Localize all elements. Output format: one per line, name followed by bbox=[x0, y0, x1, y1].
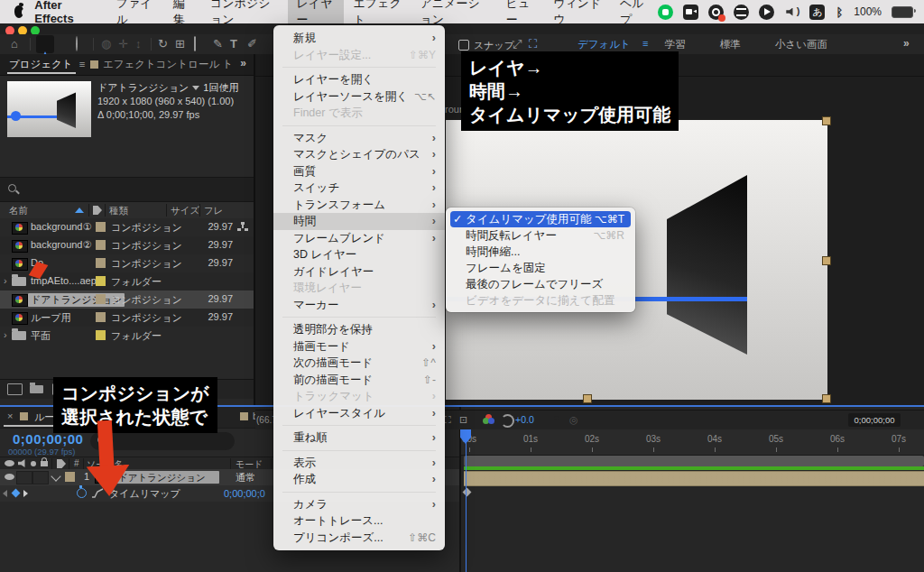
project-item-row[interactable]: ›平面フォルダー bbox=[0, 327, 254, 345]
type-tool-icon[interactable]: T bbox=[230, 37, 237, 51]
bluetooth-icon[interactable]: ᛒ bbox=[835, 5, 844, 20]
layer-menu-item[interactable]: 透明部分を保持 bbox=[273, 321, 445, 338]
layer-menu-item[interactable]: 重ね順 bbox=[273, 429, 445, 447]
layer-menu-item[interactable]: 描画モード bbox=[273, 338, 445, 355]
time-submenu-item[interactable]: 最後のフレームでフリーズ bbox=[446, 276, 635, 292]
apple-menu-icon[interactable] bbox=[14, 5, 23, 18]
workspace-tab[interactable]: 小さい画面 bbox=[775, 38, 827, 51]
close-tab-icon[interactable]: × bbox=[7, 411, 13, 421]
layer-blend-mode[interactable]: 通常 bbox=[236, 471, 255, 484]
layer-menu-item[interactable]: レイヤースタイル bbox=[273, 405, 445, 422]
play-status-icon[interactable] bbox=[759, 5, 774, 20]
layer-menu-item[interactable]: 新規 bbox=[273, 30, 445, 47]
project-item-row[interactable]: ドアトランジションコンポジション29.97 bbox=[0, 291, 254, 309]
volume-icon[interactable] bbox=[784, 5, 799, 20]
label-swatch[interactable] bbox=[96, 276, 106, 286]
prev-keyframe-icon[interactable] bbox=[3, 490, 7, 497]
layer-menu-item[interactable]: スイッチ bbox=[273, 180, 445, 197]
solo-column-icon[interactable] bbox=[31, 461, 36, 466]
scale-arrow-icon[interactable]: ⤢ bbox=[513, 37, 522, 51]
layer-menu-item[interactable]: マーカー bbox=[273, 297, 445, 314]
expand-chevron-icon[interactable]: › bbox=[4, 329, 7, 340]
layer-menu-item[interactable]: 表示 bbox=[273, 455, 445, 472]
stopwatch-icon[interactable] bbox=[77, 488, 87, 498]
expand-chevron-icon[interactable]: › bbox=[4, 275, 7, 286]
layer-menu-item[interactable]: レイヤーを開く bbox=[273, 71, 445, 88]
home-tool-icon[interactable]: ⌂ bbox=[11, 37, 18, 51]
time-submenu-item[interactable]: 時間伸縮... bbox=[446, 244, 635, 260]
property-value[interactable]: 0;00;00;0 bbox=[224, 488, 265, 499]
brush-tool-icon[interactable]: ✐ bbox=[247, 37, 257, 51]
playhead-line[interactable] bbox=[466, 428, 467, 572]
layer-menu-item[interactable]: 3D レイヤー bbox=[273, 246, 445, 263]
label-column-icon[interactable] bbox=[93, 206, 102, 215]
ime-input-icon[interactable]: あ bbox=[809, 5, 825, 20]
label-column-icon[interactable] bbox=[57, 459, 66, 468]
project-search-bar[interactable] bbox=[0, 177, 254, 202]
next-keyframe-icon[interactable] bbox=[23, 490, 28, 497]
time-ruler[interactable]: 00s01s02s03s04s05s06s07s bbox=[461, 428, 924, 456]
panel-tabs-overflow-icon[interactable]: » bbox=[240, 57, 246, 69]
video-column-icon[interactable] bbox=[5, 460, 14, 466]
anchor-point-tool-icon[interactable]: ⊞ bbox=[175, 37, 185, 51]
snap-checkbox-icon[interactable] bbox=[458, 40, 469, 51]
layer-menu-item[interactable]: カメラ bbox=[273, 496, 445, 513]
exposure-reset-icon[interactable] bbox=[501, 414, 514, 428]
zoom-tool-icon[interactable] bbox=[76, 37, 85, 51]
keyframe-diamond-icon[interactable] bbox=[463, 488, 472, 497]
work-area-bar[interactable] bbox=[464, 456, 924, 466]
door-layer-shape[interactable] bbox=[667, 120, 747, 400]
layer-menu-item[interactable]: マスクとシェイプのパス bbox=[273, 146, 445, 163]
app-menu-title[interactable]: After Effects bbox=[34, 0, 94, 25]
label-swatch[interactable] bbox=[96, 222, 106, 232]
label-swatch[interactable] bbox=[96, 330, 106, 340]
line-app-icon[interactable] bbox=[658, 5, 673, 20]
layer-duration-bar[interactable] bbox=[464, 471, 924, 486]
layer-menu-item[interactable]: レイヤーソースを開く⌥↖ bbox=[273, 88, 445, 106]
layer-menu-item[interactable]: トランスフォーム bbox=[273, 197, 445, 214]
label-swatch[interactable] bbox=[96, 312, 106, 322]
screen-record-icon[interactable] bbox=[708, 5, 724, 20]
camera-app-icon[interactable] bbox=[683, 5, 698, 20]
audio-cell[interactable] bbox=[16, 471, 32, 484]
workspace-tab[interactable]: デフォルト bbox=[578, 38, 631, 51]
layer-visibility-eye-icon[interactable] bbox=[5, 474, 14, 480]
layer-menu-item[interactable]: オートトレース... bbox=[273, 512, 445, 530]
snap-toggle[interactable]: スナップ bbox=[458, 38, 514, 52]
layer-menu-item[interactable]: フレームブレンド bbox=[273, 230, 445, 247]
selection-handle[interactable] bbox=[822, 116, 831, 125]
project-item-row[interactable]: background②コンポジション29.97 bbox=[0, 236, 254, 254]
choose-grid-icon[interactable]: ⛶ bbox=[444, 414, 451, 426]
label-swatch[interactable] bbox=[96, 258, 106, 268]
column-number[interactable]: # bbox=[74, 458, 79, 468]
project-item-row[interactable]: background①コンポジション29.97 bbox=[0, 218, 254, 236]
layer-label-swatch[interactable] bbox=[65, 472, 75, 482]
chevron-down-icon[interactable] bbox=[192, 86, 199, 90]
layer-menu-item[interactable]: 画質 bbox=[273, 163, 445, 180]
region-of-interest-icon[interactable]: ⛶ bbox=[529, 37, 537, 51]
label-swatch[interactable] bbox=[96, 294, 106, 304]
selection-handle[interactable] bbox=[583, 394, 592, 403]
rotate-tool-icon[interactable]: ↻ bbox=[158, 37, 168, 51]
menubar-item[interactable]: 編集 bbox=[164, 0, 201, 31]
new-composition-icon[interactable] bbox=[7, 383, 23, 395]
menubar-item[interactable]: ヘルプ bbox=[611, 0, 658, 31]
workspace-menu-icon[interactable]: ≡ bbox=[642, 38, 648, 49]
keyframe-toggle-icon[interactable] bbox=[12, 489, 21, 498]
region-icon[interactable]: ⊡ bbox=[459, 414, 467, 426]
exposure-value[interactable]: +0.0 bbox=[515, 414, 534, 425]
rectangle-tool-icon[interactable] bbox=[194, 37, 196, 51]
layer-menu-item[interactable]: マスク bbox=[273, 130, 445, 147]
column-name[interactable]: 名前 bbox=[9, 205, 28, 217]
selection-handle[interactable] bbox=[822, 394, 831, 403]
audio-column-icon[interactable] bbox=[18, 459, 27, 467]
selection-tool-icon[interactable] bbox=[40, 38, 51, 52]
label-swatch[interactable] bbox=[96, 240, 106, 250]
layer-menu-item[interactable]: プリコンポーズ...⇧⌘C bbox=[273, 530, 445, 547]
time-submenu-item[interactable]: ✓タイムリマップ使用可能⌥⌘T bbox=[450, 211, 631, 227]
layer-menu-item[interactable]: ガイドレイヤー bbox=[273, 263, 445, 281]
menubar-item[interactable]: ビュー bbox=[497, 0, 544, 31]
menubar-item[interactable]: ファイル bbox=[107, 0, 164, 31]
sync-status-icon[interactable] bbox=[734, 5, 749, 20]
viewer-timecode[interactable]: 0;00;00;00 bbox=[848, 413, 901, 427]
